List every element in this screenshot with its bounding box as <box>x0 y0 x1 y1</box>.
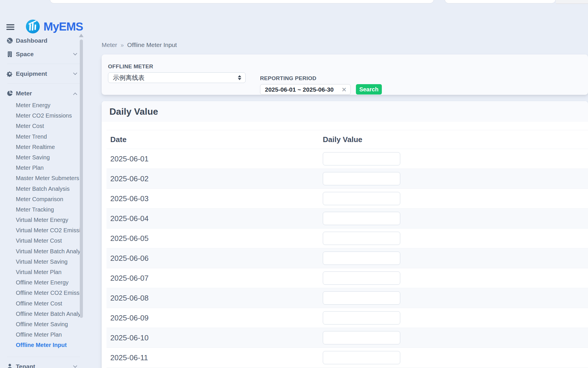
gauge-icon <box>7 37 13 44</box>
daily-value-input-2025-06-09[interactable] <box>323 311 400 324</box>
daily-value-input-2025-06-02[interactable] <box>323 172 400 185</box>
sidebar-scroll-up-arrow[interactable] <box>79 34 84 37</box>
sidebar-item-label: Space <box>16 51 34 58</box>
table-row: 2025-06-05 <box>107 229 588 248</box>
daily-value-input-2025-06-10[interactable] <box>323 331 400 344</box>
sidebar-item-virtual-meter-batch-analysis[interactable]: Virtual Meter Batch Analysis <box>0 246 80 256</box>
sidebar-divider <box>7 64 80 64</box>
row-date: 2025-06-01 <box>110 154 149 163</box>
daily-value-input-2025-06-05[interactable] <box>323 232 400 245</box>
sidebar-submenu-meter: Meter EnergyMeter CO2 EmissionsMeter Cos… <box>0 100 84 354</box>
daily-value-input-2025-06-11[interactable] <box>323 351 400 364</box>
building-icon <box>7 51 13 57</box>
offline-meter-select[interactable]: 示例离线表 <box>108 72 246 83</box>
row-date: 2025-06-04 <box>110 214 149 223</box>
sidebar-item-virtual-meter-saving[interactable]: Virtual Meter Saving <box>0 256 80 267</box>
daily-value-table: Date Daily Value 2025-06-012025-06-02202… <box>107 130 588 368</box>
daily-value-card-body: Date Daily Value 2025-06-012025-06-02202… <box>102 122 588 368</box>
sidebar-scrollbar-thumb[interactable] <box>80 39 83 318</box>
table-header-row: Date Daily Value <box>107 130 588 149</box>
table-row: 2025-06-08 <box>107 288 588 308</box>
sidebar-item-meter-comparison[interactable]: Meter Comparison <box>0 194 80 204</box>
sidebar: MyEMS DashboardSpaceEquipmentMeterMeter … <box>0 0 84 368</box>
sidebar-item-meter-realtime[interactable]: Meter Realtime <box>0 142 80 152</box>
sidebar-item-tenant[interactable]: Tenant <box>0 360 84 368</box>
row-date: 2025-06-06 <box>110 254 149 263</box>
sidebar-item-meter-tracking[interactable]: Meter Tracking <box>0 204 80 215</box>
daily-value-input-2025-06-07[interactable] <box>323 271 400 285</box>
offline-meter-field: OFFLINE METER 示例离线表 <box>108 63 246 95</box>
sidebar-item-offline-meter-energy[interactable]: Offline Meter Energy <box>0 277 80 288</box>
main-content: Meter » Offline Meter Input OFFLINE METE… <box>102 0 588 368</box>
sidebar-nav: DashboardSpaceEquipmentMeterMeter Energy… <box>0 0 84 368</box>
sidebar-item-virtual-meter-co2-emissions[interactable]: Virtual Meter CO2 Emissions <box>0 225 80 235</box>
table-row: 2025-06-07 <box>107 268 588 288</box>
reporting-period-group: REPORTING PERIOD 2025-06-01 ~ 2025-06-30… <box>260 63 382 95</box>
sidebar-item-offline-meter-plan[interactable]: Offline Meter Plan <box>0 329 80 340</box>
select-updown-icon <box>238 75 241 80</box>
sidebar-item-virtual-meter-plan[interactable]: Virtual Meter Plan <box>0 267 80 277</box>
row-date: 2025-06-09 <box>110 314 149 322</box>
row-date: 2025-06-11 <box>110 353 148 362</box>
breadcrumb: Meter » Offline Meter Input <box>102 41 588 48</box>
row-date: 2025-06-03 <box>110 194 149 203</box>
daily-value-input-2025-06-08[interactable] <box>323 291 400 305</box>
chevron-up-icon <box>73 93 77 97</box>
sidebar-item-meter-energy[interactable]: Meter Energy <box>0 100 80 110</box>
daily-value-input-2025-06-01[interactable] <box>323 152 400 165</box>
sidebar-item-label: Meter <box>16 90 32 97</box>
daily-value-input-2025-06-06[interactable] <box>323 252 400 265</box>
table-rows: 2025-06-012025-06-022025-06-032025-06-04… <box>107 149 588 368</box>
sidebar-item-master-meter-submeters-balance[interactable]: Master Meter Submeters Balance <box>0 173 80 183</box>
sidebar-item-meter-trend[interactable]: Meter Trend <box>0 131 80 142</box>
table-row: 2025-06-09 <box>107 308 588 328</box>
column-header-daily-value: Daily Value <box>323 135 362 144</box>
reporting-period-input[interactable]: 2025-06-01 ~ 2025-06-30 × <box>260 84 351 95</box>
sidebar-item-dashboard[interactable]: Dashboard <box>0 34 84 47</box>
sidebar-item-label: Dashboard <box>16 37 48 44</box>
sidebar-item-equipment[interactable]: Equipment <box>0 67 84 80</box>
sidebar-item-virtual-meter-cost[interactable]: Virtual Meter Cost <box>0 235 80 246</box>
clear-icon[interactable]: × <box>341 86 347 94</box>
sidebar-item-meter-plan[interactable]: Meter Plan <box>0 163 80 173</box>
table-row: 2025-06-03 <box>107 189 588 209</box>
sidebar-item-meter-saving[interactable]: Meter Saving <box>0 152 80 163</box>
daily-value-card: Daily Value Date Daily Value 2025-06-012… <box>102 101 588 368</box>
offline-meter-value: 示例离线表 <box>113 73 145 82</box>
row-date: 2025-06-08 <box>110 294 149 302</box>
chevron-down-icon <box>73 364 77 368</box>
sidebar-item-offline-meter-cost[interactable]: Offline Meter Cost <box>0 298 80 309</box>
daily-value-input-2025-06-03[interactable] <box>323 192 400 205</box>
sidebar-item-label: Tenant <box>16 363 35 368</box>
reporting-period-field: REPORTING PERIOD 2025-06-01 ~ 2025-06-30… <box>260 75 351 95</box>
row-date: 2025-06-10 <box>110 333 149 342</box>
sidebar-item-meter[interactable]: Meter <box>0 86 84 100</box>
table-row: 2025-06-10 <box>107 328 588 348</box>
table-row: 2025-06-06 <box>107 248 588 268</box>
table-row: 2025-06-01 <box>107 149 588 169</box>
sidebar-item-meter-batch-analysis[interactable]: Meter Batch Analysis <box>0 184 80 194</box>
sidebar-divider <box>7 357 80 357</box>
breadcrumb-separator: » <box>121 42 124 48</box>
sidebar-item-meter-co2-emissions[interactable]: Meter CO2 Emissions <box>0 110 80 121</box>
daily-value-input-2025-06-04[interactable] <box>323 212 400 225</box>
sidebar-item-virtual-meter-energy[interactable]: Virtual Meter Energy <box>0 215 80 225</box>
search-button[interactable]: Search <box>356 84 382 95</box>
sidebar-item-label: Equipment <box>16 70 47 77</box>
sidebar-item-meter-cost[interactable]: Meter Cost <box>0 121 80 131</box>
reporting-period-label: REPORTING PERIOD <box>260 75 351 82</box>
sidebar-item-offline-meter-saving[interactable]: Offline Meter Saving <box>0 319 80 329</box>
offline-meter-label: OFFLINE METER <box>108 63 246 70</box>
table-row: 2025-06-02 <box>107 169 588 189</box>
sidebar-item-offline-meter-co2-emissions[interactable]: Offline Meter CO2 Emissions <box>0 288 80 298</box>
sidebar-item-offline-meter-input[interactable]: Offline Meter Input <box>0 340 80 350</box>
card-title: Daily Value <box>109 106 158 117</box>
gear-icon <box>7 71 13 77</box>
pie-chart-icon <box>7 90 13 97</box>
breadcrumb-meter[interactable]: Meter <box>102 41 117 48</box>
filter-panel: OFFLINE METER 示例离线表 REPORTING PERIOD 202… <box>102 54 588 95</box>
sidebar-item-offline-meter-batch-analysis[interactable]: Offline Meter Batch Analysis <box>0 309 80 319</box>
sidebar-item-space[interactable]: Space <box>0 47 84 61</box>
row-date: 2025-06-02 <box>110 174 149 183</box>
row-date: 2025-06-07 <box>110 274 149 282</box>
